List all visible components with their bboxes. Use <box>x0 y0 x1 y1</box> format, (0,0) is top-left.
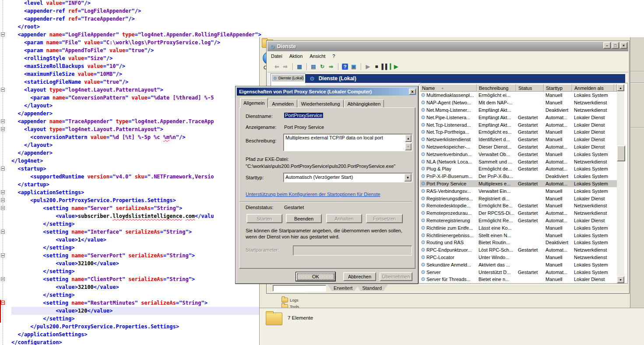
tab-abhangigkeiten[interactable]: Abhängigkeiten <box>344 100 384 108</box>
editor-gutter[interactable] <box>0 0 11 345</box>
minimize-button[interactable]: – <box>603 42 611 49</box>
service-row[interactable]: ⚙Net.Tcp-Portfreiga...Ermöglicht es...Ge… <box>420 128 617 136</box>
chevron-down-icon[interactable]: ▼ <box>404 174 412 181</box>
code-token: value <box>78 71 94 77</box>
vertical-scrollbar[interactable]: ▲ ▼ <box>617 84 624 283</box>
view-tab-standard[interactable]: Standard <box>356 285 388 291</box>
column-header-starttyp[interactable]: Starttyp <box>544 84 572 92</box>
window-icon[interactable]: ▣ <box>350 63 358 71</box>
apply-button[interactable]: Übernehmen <box>380 272 412 281</box>
changed-fold-marker[interactable] <box>1 301 5 305</box>
fold-marker[interactable] <box>1 198 5 202</box>
fold-marker[interactable] <box>1 190 5 194</box>
service-row[interactable]: ⚙RemoteregistrierungErmöglicht Re...Gest… <box>420 217 617 224</box>
dienstname-value[interactable]: PortProxyService <box>284 113 323 118</box>
menu-item-?[interactable]: ? <box>329 53 338 60</box>
service-row[interactable]: ⚙Richtlinie zum Entfe...Lässt eine Ko...… <box>420 224 617 231</box>
startoptions-help-link[interactable]: Unterstützung beim Konfigurieren der Sta… <box>246 192 380 197</box>
service-row[interactable]: ⚙Multimediaklassenpl...Ermöglicht ei...M… <box>420 92 617 99</box>
scroll-up-button[interactable]: ▲ <box>617 84 624 91</box>
beschreibung-scrollbar[interactable]: ▲ ▼ <box>405 135 412 150</box>
column-header-beschreibung[interactable]: Beschreibung <box>477 84 516 92</box>
fold-marker[interactable] <box>1 277 5 281</box>
service-row[interactable]: ⚙PnP-X-IP-Busenum...Der PnP-X-Bu...Deakt… <box>420 173 617 180</box>
pause-service-icon[interactable]: ▌▌ <box>381 63 389 71</box>
menu-item-ansicht[interactable]: Ansicht <box>306 53 329 60</box>
scrollbar-thumb[interactable] <box>617 146 625 161</box>
startparameter-hint: Sie können die Startparameter angeben, d… <box>246 228 411 240</box>
service-row[interactable]: ⚙Registrierungsdiens...Registriert di...… <box>420 195 617 202</box>
tree-item-dienste-lokal[interactable]: ⚙ Dienste (Lokal) <box>272 75 304 82</box>
refresh-icon[interactable]: ↻ <box>318 63 326 71</box>
service-name-cell: ⚙Multimediaklassenpl... <box>420 92 477 98</box>
bottom-text-box[interactable] <box>273 285 326 292</box>
service-row[interactable]: ⚙Remotedesktopdie...Ermöglicht Be...Gest… <box>420 202 617 210</box>
dialog-titlebar[interactable]: Eigenschaften von Port Proxy Service (Lo… <box>237 88 417 96</box>
tab-wiederherstellung[interactable]: Wiederherstellung <box>298 100 344 108</box>
service-row[interactable]: ⚙Remoteprozedurau...Der RPCSS-Di...Gesta… <box>420 210 617 217</box>
service-gear-icon: ⚙ <box>420 188 426 194</box>
fold-marker[interactable] <box>1 32 5 36</box>
restart-service-icon[interactable]: ▎▶ <box>390 63 398 71</box>
fold-marker[interactable] <box>1 230 5 234</box>
scroll-down-icon[interactable]: ▼ <box>405 143 412 150</box>
forward-icon[interactable]: ⇨ <box>282 63 289 71</box>
explorer-tree-item[interactable]: Logs <box>282 297 299 303</box>
console-tree-icon[interactable]: ▦ <box>296 63 303 71</box>
service-row[interactable]: ⚙NetzwerklistendienstIdentifiziert d...G… <box>420 136 617 143</box>
beenden-button[interactable]: Beenden <box>286 214 322 223</box>
service-row[interactable]: ⚙Net.Msmq-Listener...Empfängt Akt...Deak… <box>420 107 617 114</box>
service-row[interactable]: ⚙ServerUnterstützt D...GestartetAutomat.… <box>420 268 617 276</box>
service-row[interactable]: ⚙Plug & PlayErmöglicht de...GestartetAut… <box>420 165 617 173</box>
fold-marker[interactable] <box>1 167 5 171</box>
scroll-up-icon[interactable]: ▲ <box>405 135 412 142</box>
maximize-button[interactable]: □ <box>612 42 619 49</box>
fold-marker[interactable] <box>1 253 5 257</box>
service-row[interactable]: ⚙Netzwerkspeicher-...Dieser Dienst...Ges… <box>420 143 617 151</box>
column-header-name[interactable]: Name▲ <box>420 84 477 92</box>
service-row[interactable]: ⚙Richtlinienergebniss...Stellt einen N..… <box>420 231 617 239</box>
service-row[interactable]: ⚙Routing und RASBietet Routin...Deaktivi… <box>420 239 617 246</box>
start-service-icon[interactable]: ▶ <box>364 63 372 71</box>
fold-marker[interactable] <box>1 119 5 123</box>
service-row[interactable]: ⚙Port Proxy ServiceMultiplexes e...Gesta… <box>420 180 617 188</box>
fold-marker[interactable] <box>1 206 5 210</box>
column-header-anmelden-als[interactable]: Anmelden als <box>572 84 614 92</box>
view-tab-erweitert[interactable]: Erweitert <box>327 285 359 291</box>
close-icon[interactable]: × <box>409 89 416 95</box>
services-window-titlebar[interactable]: ⚙ Dienste <box>267 42 628 51</box>
service-row[interactable]: ⚙NLA (Network Loca...Sammelt und ...Gest… <box>420 158 617 165</box>
service-row[interactable]: ⚙Netzwerkverbindun...Verwaltet Ob...Gest… <box>420 150 617 158</box>
back-icon[interactable]: ⇦ <box>273 63 281 71</box>
service-row[interactable]: ⚙RAS-Verbindungsv...Verwaltet Ein...Manu… <box>420 187 617 195</box>
export-list-icon[interactable]: ⇒ <box>327 63 335 71</box>
service-row[interactable]: ⚙Net.Tcp-Listenerad...Empfängt Akt...Ges… <box>420 121 617 128</box>
tab-allgemein[interactable]: Allgemein <box>240 98 268 108</box>
close-button[interactable]: × <box>620 42 627 49</box>
cancel-button[interactable]: Abbrechen <box>343 272 376 281</box>
ok-button[interactable]: OK <box>296 272 335 281</box>
service-row[interactable]: ⚙NAP-Agent (Netwo...Mit dem NAP-...Manue… <box>420 99 617 107</box>
service-row[interactable]: ⚙RPC-LocatorUnter Windo...ManuellNetzwer… <box>420 254 617 261</box>
fold-marker[interactable] <box>1 88 5 92</box>
beschreibung-textbox[interactable]: Multiplexes external TCP/IP data on loca… <box>283 134 412 151</box>
anhalten-button[interactable]: Anhalten <box>326 214 362 223</box>
tab-anmelden[interactable]: Anmelden <box>268 100 297 108</box>
properties-icon[interactable]: ▤ <box>310 63 317 71</box>
service-row[interactable]: ⚙Net.Pipe-Listenera...Empfängt Akt...Ges… <box>420 114 617 121</box>
service-row[interactable]: ⚙RPC-Endpunktzuor...Löst RPC-Sch...Gesta… <box>420 246 617 254</box>
scroll-down-button[interactable]: ▼ <box>617 276 624 283</box>
starttyp-combobox[interactable]: Automatisch (Verzögerter Start) ▼ <box>283 173 412 182</box>
fold-marker[interactable] <box>1 127 5 131</box>
service-row[interactable]: ⚙Server für Threads...Bietet eine n...Ma… <box>420 276 617 283</box>
help-icon[interactable]: ? <box>342 64 348 70</box>
service-row[interactable]: ⚙Sekundäre Anmeld...Aktiviert das ...Man… <box>420 261 617 268</box>
code-token: </setting> <box>11 268 75 274</box>
starten-button[interactable]: Starten <box>246 214 282 223</box>
fortsetzen-button[interactable]: Fortsetzen <box>366 214 403 223</box>
menu-item-datei[interactable]: Datei <box>267 53 286 60</box>
column-header-status[interactable]: Status <box>516 84 544 92</box>
menu-item-aktion[interactable]: Aktion <box>286 53 306 60</box>
startparameter-input[interactable] <box>293 245 412 256</box>
stop-service-icon[interactable]: ■ <box>373 63 380 71</box>
